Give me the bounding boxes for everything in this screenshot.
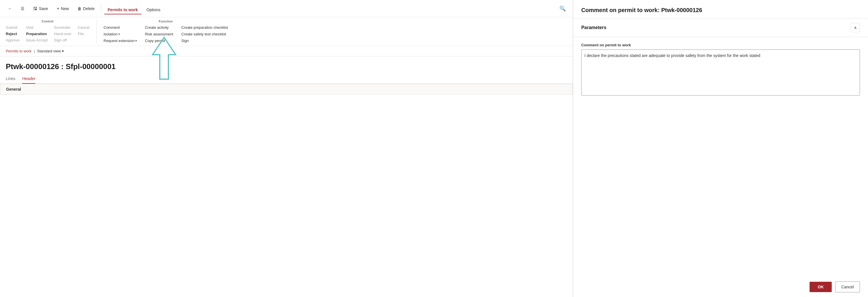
toolbar-separator: [101, 4, 101, 13]
right-panel: Comment on permit to work: Ptwk-00000126…: [573, 0, 868, 297]
breadcrumb-link[interactable]: Permits to work: [6, 49, 32, 53]
risk-assessment-button[interactable]: Risk assessment: [144, 31, 174, 37]
comment-textarea[interactable]: I declare the precautions stated are ade…: [581, 50, 860, 96]
preparation-button[interactable]: Preparation: [25, 31, 49, 37]
issue-accept-button[interactable]: Issue-Accept: [25, 37, 49, 43]
approve-button[interactable]: Approve: [5, 37, 21, 43]
void-button[interactable]: Void: [25, 25, 49, 30]
left-panel: ← ☰ 🖫 Save + New 🗑 Delete Permits to wor…: [0, 0, 573, 297]
right-panel-title: Comment on permit to work: Ptwk-00000126: [581, 7, 860, 13]
function-group-label: Function: [102, 20, 229, 23]
isolation-arrow: ▾: [118, 33, 120, 36]
record-title: Ptwk-00000126 : Sfpl-00000001: [0, 57, 572, 74]
back-button[interactable]: ←: [5, 5, 16, 13]
handover-button[interactable]: Hand-over: [53, 31, 73, 37]
record-tabs: Lines Header: [0, 74, 572, 84]
view-selector[interactable]: Standard view ▾: [37, 49, 64, 53]
hamburger-icon: ☰: [21, 6, 25, 11]
signoff-button[interactable]: Sign off: [53, 37, 73, 43]
right-panel-body: Comment on permit to work I declare the …: [573, 37, 868, 277]
options-tab[interactable]: Options: [143, 6, 164, 14]
file-button[interactable]: File: [76, 31, 90, 37]
copy-permit-button[interactable]: Copy permit: [144, 38, 174, 43]
new-button[interactable]: + New: [53, 4, 72, 13]
breadcrumb-separator: |: [34, 49, 35, 53]
create-preparation-button[interactable]: Create preparation checklist: [180, 25, 229, 30]
control-group-label: Control: [5, 20, 91, 23]
cancel-ribbon-button[interactable]: Cancel: [76, 25, 90, 30]
search-icon: 🔍: [559, 6, 566, 11]
delete-icon: 🗑: [78, 6, 82, 11]
create-activity-button[interactable]: Create activity: [144, 25, 174, 30]
save-button[interactable]: 🖫 Save: [30, 4, 52, 13]
general-section-title: General: [0, 84, 572, 95]
menu-button[interactable]: ☰: [17, 5, 28, 13]
surrender-button[interactable]: Surrender: [53, 25, 73, 30]
control-group: Control Submit Void Surrender Cancel Rej…: [5, 20, 97, 43]
tab-lines[interactable]: Lines: [6, 74, 15, 84]
parameters-section: Parameters ∧: [573, 19, 868, 37]
collapse-button[interactable]: ∧: [851, 23, 860, 32]
request-extension-button[interactable]: Request extension ▾: [102, 38, 138, 43]
back-icon: ←: [8, 6, 12, 11]
toolbar: ← ☰ 🖫 Save + New 🗑 Delete Permits to wor…: [0, 0, 572, 17]
save-icon: 🖫: [33, 6, 37, 11]
parameters-label: Parameters: [581, 25, 606, 30]
delete-button[interactable]: 🗑 Delete: [74, 5, 98, 13]
sign-button[interactable]: Sign: [180, 38, 229, 43]
reject-button[interactable]: Reject: [5, 31, 21, 37]
plus-icon: +: [57, 6, 59, 11]
tab-header[interactable]: Header: [22, 74, 35, 84]
search-button[interactable]: 🔍: [557, 4, 568, 13]
permits-tab[interactable]: Permits to work: [104, 6, 142, 14]
ribbon: Control Submit Void Surrender Cancel Rej…: [0, 17, 572, 46]
right-panel-header: Comment on permit to work: Ptwk-00000126: [573, 0, 868, 19]
breadcrumb-bar: Permits to work | Standard view ▾: [0, 46, 572, 57]
isolation-button[interactable]: Isolation ▾: [102, 31, 138, 37]
create-safety-button[interactable]: Create safety test checklist: [180, 31, 229, 37]
right-panel-footer: OK Cancel: [573, 277, 868, 297]
request-extension-arrow: ▾: [135, 39, 137, 42]
cancel-dialog-button[interactable]: Cancel: [835, 282, 860, 292]
chevron-down-icon: ▾: [62, 49, 64, 53]
chevron-up-icon: ∧: [854, 25, 857, 30]
comment-button[interactable]: Comment: [102, 25, 138, 30]
function-group: Function Comment Isolation ▾ Request ext…: [102, 20, 235, 43]
submit-button[interactable]: Submit: [5, 25, 21, 30]
comment-field-label: Comment on permit to work: [581, 43, 860, 47]
ok-button[interactable]: OK: [810, 282, 832, 292]
